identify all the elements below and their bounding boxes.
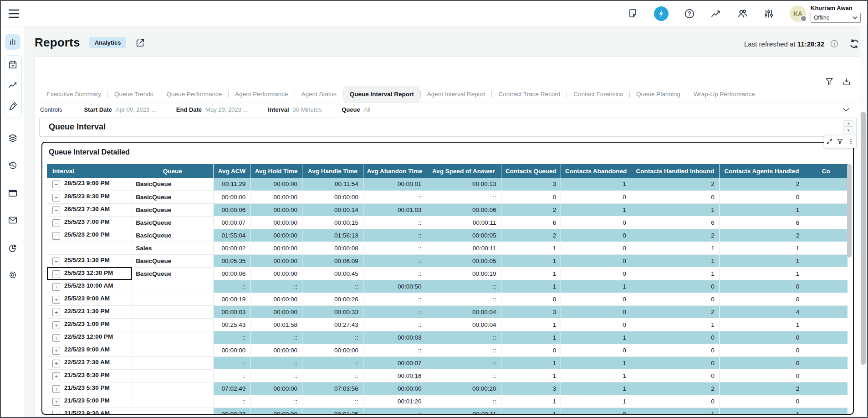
cell-avg-acw: 00:00:07 [213, 216, 250, 229]
filter-interval[interactable]: Interval30 Minutes [268, 106, 322, 113]
expand-row-icon[interactable]: + [52, 398, 60, 406]
widget-kebab-menu-icon[interactable] [848, 138, 854, 145]
cell-interval[interactable]: −28/5/23 9:00 PM [47, 178, 132, 191]
page-scrollbar[interactable] [860, 27, 866, 416]
metrics-chart-icon[interactable] [710, 8, 721, 19]
cell-interval[interactable]: +22/5/23 1:00 PM [47, 318, 132, 331]
sidebar-item-settings[interactable] [5, 267, 20, 283]
column-header-avg-hold-time[interactable]: Avg Hold Time [250, 164, 302, 178]
cell-interval[interactable]: +25/5/23 10:00 AM [47, 280, 132, 293]
help-icon[interactable]: ? [684, 8, 695, 19]
sidebar-item-calendar[interactable] [5, 57, 20, 72]
expand-row-icon[interactable]: + [52, 347, 60, 355]
filter-start-date[interactable]: Start DateApr 09, 2023 ... [84, 106, 156, 113]
expand-widget-icon[interactable] [826, 138, 833, 145]
table-scrollbar-thumb[interactable] [847, 164, 852, 258]
users-icon[interactable] [737, 8, 748, 19]
cell-interval[interactable]: −28/5/23 8:30 PM [47, 191, 132, 203]
tab-queue-planning[interactable]: Queue Planning [630, 86, 687, 103]
cell-interval[interactable]: +21/5/23 5:30 PM [47, 382, 132, 395]
refresh-icon[interactable] [849, 38, 860, 49]
collapse-row-icon[interactable]: − [52, 181, 60, 188]
collapse-row-icon[interactable]: − [52, 206, 60, 214]
lightning-icon[interactable] [654, 6, 669, 21]
expand-row-icon[interactable]: + [52, 309, 60, 316]
note-icon[interactable] [628, 8, 638, 19]
sidebar-item-layers[interactable] [5, 130, 20, 146]
column-header-avg-abandon-time[interactable]: Avg Abandon Time [363, 164, 426, 178]
column-header-contacts-handled-inbound[interactable]: Contacts Handled Inbound [631, 164, 719, 178]
widget-filter-icon[interactable] [837, 138, 843, 145]
column-header-contacts-abandoned[interactable]: Contacts Abandoned [561, 164, 631, 178]
sidebar-item-design[interactable] [5, 98, 20, 114]
sidebar-item-window[interactable] [5, 186, 20, 201]
column-header-queue[interactable]: Queue [132, 164, 214, 178]
tab-agent-interval-report[interactable]: Agent Interval Report [421, 86, 492, 103]
cell-interval[interactable]: −25/5/23 1:30 PM [47, 254, 132, 267]
cell-interval[interactable]: +22/5/23 1:30 PM [47, 305, 132, 318]
column-header-avg-acw[interactable]: Avg ACW [213, 164, 250, 178]
expand-row-icon[interactable]: + [52, 411, 60, 414]
cell-interval[interactable]: −25/5/23 7:00 PM [47, 216, 132, 229]
sidebar-item-reports[interactable] [5, 34, 20, 50]
cell-interval[interactable]: +21/5/23 9:30 AM [47, 408, 132, 414]
cell-interval[interactable]: +21/5/23 6:30 PM [47, 369, 132, 382]
collapse-row-icon[interactable]: − [52, 232, 60, 240]
cell-interval[interactable]: −25/5/23 2:00 PM [47, 229, 132, 242]
cell-interval[interactable]: +22/5/23 9:00 AM [47, 344, 132, 356]
cell-interval[interactable]: −25/5/23 12:30 PM [47, 267, 132, 280]
tab-agent-status[interactable]: Agent Status [295, 86, 343, 103]
cell-interval[interactable]: +21/5/23 5:00 PM [47, 395, 132, 408]
avatar[interactable]: KA [790, 5, 806, 22]
expand-row-icon[interactable]: + [52, 385, 60, 393]
tab-wrap-up-performance[interactable]: Wrap-Up Performance [687, 86, 761, 103]
expand-row-icon[interactable]: + [52, 321, 60, 329]
status-select[interactable]: Offline [811, 13, 861, 23]
sidebar-item-trends[interactable] [5, 77, 20, 93]
tab-contract-trace-record[interactable]: Contract Trace Record [492, 86, 567, 103]
expand-row-icon[interactable]: + [52, 283, 60, 291]
filter-icon[interactable] [825, 77, 834, 86]
column-header-contacts-agents-handled[interactable]: Contacts Agents Handled [719, 164, 804, 178]
external-link-icon[interactable] [135, 38, 145, 48]
controls-collapse-chevron-icon[interactable] [842, 106, 850, 114]
settings-sliders-icon[interactable] [763, 8, 774, 19]
tab-contact-forensics[interactable]: Contact Forensics [567, 86, 629, 103]
expand-row-icon[interactable]: + [52, 372, 60, 380]
tab-queue-performance[interactable]: Queue Performance [160, 86, 229, 103]
sidebar-item-history[interactable] [5, 158, 20, 173]
sidebar-item-analytics[interactable] [5, 240, 20, 256]
column-header-avg-speed-of-answer[interactable]: Avg Speed of Answer [426, 164, 501, 178]
sidebar-item-mail[interactable] [5, 212, 20, 228]
cell-interval[interactable] [47, 242, 132, 254]
spinner-up-button[interactable]: ▲ [843, 120, 853, 127]
column-header-interval[interactable]: Interval [47, 164, 132, 178]
column-header-avg-handle-time[interactable]: Avg Handle Time [302, 164, 363, 178]
spinner-down-button[interactable]: ▼ [843, 128, 853, 134]
cell-interval[interactable]: +22/5/23 12:00 PM [47, 331, 132, 344]
column-header-contacts-queued[interactable]: Contacts Queued [501, 164, 561, 178]
tab-queue-interval-report[interactable]: Queue Interval Report [343, 86, 420, 103]
info-icon[interactable] [830, 39, 839, 48]
expand-row-icon[interactable]: + [52, 360, 60, 367]
page-scrollbar-thumb[interactable] [861, 112, 866, 365]
hamburger-menu-icon[interactable] [8, 8, 20, 19]
tab-queue-trends[interactable]: Queue Trends [108, 86, 160, 103]
cell-interval[interactable]: −26/5/23 7:30 AM [47, 203, 132, 216]
table-vertical-scrollbar[interactable] [847, 164, 852, 412]
download-icon[interactable] [842, 77, 851, 86]
filter-end-date[interactable]: End DateMay 29, 2023 ... [176, 106, 248, 113]
column-header-co[interactable]: Co [804, 164, 848, 178]
expand-row-icon[interactable]: + [52, 296, 60, 304]
collapse-row-icon[interactable]: − [52, 270, 60, 278]
cell-interval[interactable]: +22/5/23 7:30 AM [47, 356, 132, 369]
collapse-row-icon[interactable]: − [52, 194, 60, 201]
cell-interval[interactable]: +25/5/23 9:00 AM [47, 293, 132, 305]
collapse-row-icon[interactable]: − [52, 219, 60, 227]
expand-row-icon[interactable]: + [52, 334, 60, 342]
table-row: +25/5/23 10:00 AM::::::00:00:50::1100 [47, 280, 848, 293]
tab-executive-summary[interactable]: Executive Summary [40, 86, 107, 103]
filter-queue[interactable]: QueueAll [342, 106, 370, 113]
tab-agent-performance[interactable]: Agent Performance [229, 86, 294, 103]
collapse-row-icon[interactable]: − [52, 258, 60, 265]
